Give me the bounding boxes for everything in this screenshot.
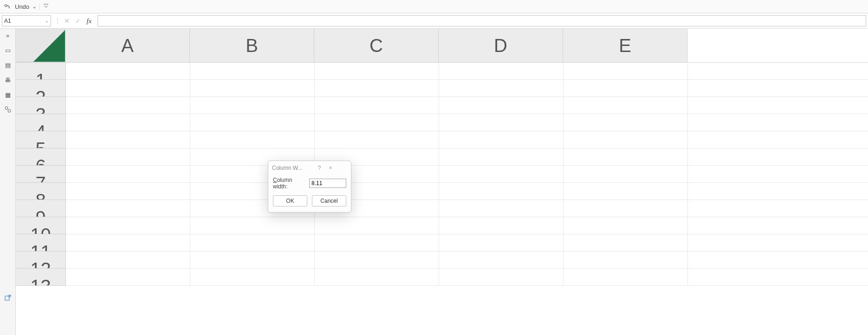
expand-panel-icon[interactable]: » — [3, 31, 13, 40]
qat-customize-icon[interactable] — [39, 3, 50, 10]
svg-rect-3 — [5, 296, 9, 300]
popout-icon[interactable] — [3, 293, 13, 303]
ok-button[interactable]: OK — [273, 195, 307, 206]
row-header[interactable]: 2 — [16, 80, 65, 97]
help-icon[interactable]: ? — [314, 165, 325, 171]
svg-point-1 — [5, 107, 8, 110]
quick-access-toolbar: Undo ⌄ — [0, 0, 868, 13]
row-header[interactable]: 11 — [16, 234, 65, 251]
column-width-dialog: Column W... ? × Column width: OK Cancel — [268, 161, 351, 213]
row-header[interactable]: 5 — [16, 131, 65, 148]
row-header[interactable]: 4 — [16, 114, 65, 131]
column-headers: A B C D E — [16, 29, 868, 63]
cells-area[interactable] — [66, 63, 868, 286]
name-box[interactable]: A1 ⌄ — [2, 15, 51, 26]
panel-icon-1[interactable]: ▭ — [3, 45, 13, 55]
column-header[interactable]: B — [190, 29, 314, 62]
workspace: » ▭ ▤ 🖶 ▦ A B C D E 1 2 3 4 5 6 — [0, 29, 868, 335]
close-icon[interactable]: × — [325, 165, 336, 171]
formula-bar-buttons: ⋮ ✕ ✓ fx — [54, 15, 95, 27]
dialog-title: Column W... — [272, 165, 314, 171]
row-header[interactable]: 1 — [16, 63, 65, 80]
undo-label[interactable]: Undo — [15, 3, 29, 10]
column-width-input[interactable] — [309, 179, 346, 188]
row-header[interactable]: 6 — [16, 148, 65, 166]
name-box-value: A1 — [4, 18, 11, 24]
row-header[interactable]: 13 — [16, 269, 65, 286]
confirm-icon[interactable]: ✓ — [73, 16, 83, 26]
undo-icon[interactable] — [3, 2, 12, 11]
column-header[interactable]: D — [439, 29, 563, 62]
panel-icon-4[interactable]: ▦ — [3, 90, 13, 99]
grid-body: 1 2 3 4 5 6 7 8 9 10 11 12 13 — [16, 63, 868, 286]
row-header[interactable]: 12 — [16, 251, 65, 269]
side-panel: » ▭ ▤ 🖶 ▦ — [0, 29, 16, 335]
undo-dropdown-icon[interactable]: ⌄ — [31, 3, 38, 10]
chevron-down-icon[interactable]: ⌄ — [45, 19, 49, 23]
select-all-corner[interactable] — [16, 29, 65, 62]
formula-bar: A1 ⌄ ⋮ ✕ ✓ fx — [0, 13, 868, 29]
column-header[interactable]: A — [65, 29, 190, 62]
spreadsheet: A B C D E 1 2 3 4 5 6 7 8 9 10 11 12 13 — [16, 29, 868, 335]
row-headers: 1 2 3 4 5 6 7 8 9 10 11 12 13 — [16, 63, 66, 286]
row-header[interactable]: 3 — [16, 97, 65, 114]
row-header[interactable]: 7 — [16, 166, 65, 183]
row-header[interactable]: 8 — [16, 183, 65, 200]
row-header[interactable]: 10 — [16, 217, 65, 234]
cancel-icon[interactable]: ✕ — [62, 16, 71, 26]
svg-point-2 — [8, 110, 11, 112]
column-header[interactable]: C — [314, 29, 439, 62]
formula-input[interactable] — [97, 15, 866, 26]
row-header[interactable]: 9 — [16, 200, 65, 217]
column-header[interactable]: E — [563, 29, 687, 62]
panel-icon-3[interactable]: 🖶 — [3, 75, 13, 84]
panel-icon-5[interactable] — [3, 105, 13, 114]
panel-icon-2[interactable]: ▤ — [3, 60, 13, 70]
dialog-titlebar[interactable]: Column W... ? × — [268, 161, 351, 175]
cancel-button[interactable]: Cancel — [312, 195, 346, 206]
column-width-label: Column width: — [273, 177, 304, 190]
fx-icon[interactable]: fx — [84, 16, 94, 26]
